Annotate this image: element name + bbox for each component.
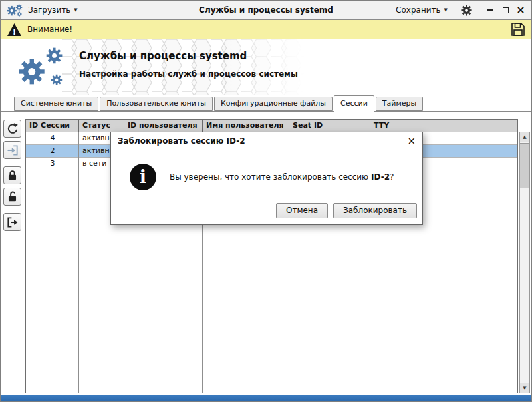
maximize-button[interactable] (500, 5, 511, 15)
scroll-up-button[interactable]: ▲ (520, 132, 529, 142)
settings-gear-icon[interactable] (461, 5, 472, 16)
info-glyph: i (140, 166, 146, 187)
warning-triangle-icon: ! (7, 23, 22, 37)
dialog-message: Вы уверены, что хотите заблокировать сес… (170, 172, 394, 182)
close-icon: × (516, 5, 525, 15)
dialog-titlebar: Заблокировать сессию ID-2 × (111, 132, 422, 150)
scrollbar-thumb[interactable] (520, 143, 529, 188)
app-gears-icon (6, 3, 24, 17)
tab-config-files[interactable]: Конфигурационные файлы (214, 97, 332, 111)
minimize-button[interactable] (485, 5, 495, 15)
dialog-buttons: Отмена Заблокировать (111, 203, 422, 218)
scroll-down-button[interactable]: ▼ (520, 383, 529, 393)
window-controls: × (480, 5, 526, 15)
refresh-icon (6, 122, 19, 136)
column-header-session-id[interactable]: ID Сессии (26, 120, 79, 132)
save-menu-button[interactable]: Сохранить ▼ (392, 4, 452, 16)
dialog-message-emphasis: ID-2 (371, 172, 390, 182)
chevron-down-icon: ▼ (74, 7, 77, 13)
tab-timers[interactable]: Таймеры (376, 97, 423, 111)
close-icon: × (407, 135, 416, 147)
svg-text:!: ! (13, 26, 17, 36)
info-icon: i (130, 164, 156, 190)
warning-bar: ! Внимание! (1, 19, 531, 39)
logout-icon (6, 216, 19, 229)
tab-sessions[interactable]: Сессии (334, 95, 374, 112)
table-header-row: ID Сессии Статус ID пользователя Имя пол… (26, 120, 517, 132)
load-menu-button[interactable]: Загрузить ▼ (24, 4, 82, 16)
floppy-disk-icon (511, 22, 525, 37)
gears-icon (9, 42, 74, 95)
app-window: Загрузить ▼ Службы и процессы systemd Со… (0, 0, 532, 402)
page-subtitle: Настройка работы служб и процессов систе… (79, 69, 298, 79)
refresh-button[interactable] (3, 120, 21, 138)
dialog-message-suffix: ? (390, 172, 394, 182)
minimize-icon (487, 9, 493, 11)
warning-text: Внимание! (27, 25, 72, 34)
titlebar: Загрузить ▼ Службы и процессы systemd Со… (1, 1, 531, 19)
tab-bar: Системные юниты Пользовательские юниты К… (1, 95, 531, 111)
lock-session-button[interactable] (3, 166, 21, 184)
confirm-lock-button[interactable]: Заблокировать (333, 203, 417, 218)
dialog-close-button[interactable]: × (407, 136, 416, 146)
scroll-down-icon: ▼ (523, 385, 526, 391)
save-menu-label: Сохранить (396, 5, 441, 15)
column-header-seat-id[interactable]: Seat ID (289, 120, 370, 132)
login-session-button[interactable] (3, 141, 21, 159)
page-header: Службы и процессы systemd Настройка рабо… (1, 39, 531, 95)
column-header-user-name[interactable]: Имя пользователя (203, 120, 289, 132)
tab-user-units[interactable]: Пользовательские юниты (100, 97, 213, 111)
cell-session-id: 4 (26, 132, 79, 144)
page-title: Службы и процессы systemd (79, 50, 298, 62)
login-icon (6, 144, 19, 157)
lock-closed-icon (6, 169, 19, 182)
lock-open-icon (6, 190, 19, 203)
vertical-scrollbar[interactable]: ▲ ▼ (519, 132, 530, 393)
maximize-icon (503, 7, 509, 13)
cancel-button[interactable]: Отмена (276, 203, 328, 218)
column-header-status[interactable]: Статус (79, 120, 124, 132)
column-header-user-id[interactable]: ID пользователя (124, 120, 203, 132)
lock-session-dialog: Заблокировать сессию ID-2 × i Вы уверены… (110, 132, 423, 225)
dialog-body: i Вы уверены, что хотите заблокировать с… (111, 150, 422, 203)
cell-session-id: 3 (26, 158, 79, 170)
tab-system-units[interactable]: Системные юниты (14, 97, 98, 111)
dialog-title: Заблокировать сессию ID-2 (118, 136, 245, 146)
footer-accent-bar (1, 395, 531, 401)
column-header-tty[interactable]: TTY (370, 120, 517, 132)
chevron-down-icon: ▼ (444, 7, 448, 13)
scroll-up-icon: ▲ (523, 134, 526, 140)
load-menu-label: Загрузить (28, 5, 70, 15)
close-button[interactable]: × (515, 5, 526, 15)
save-report-button[interactable] (511, 22, 525, 37)
unlock-session-button[interactable] (3, 188, 21, 206)
session-toolbar (3, 120, 21, 231)
cell-session-id: 2 (26, 145, 79, 157)
terminate-session-button[interactable] (3, 213, 21, 231)
dialog-message-prefix: Вы уверены, что хотите заблокировать сес… (170, 172, 371, 182)
